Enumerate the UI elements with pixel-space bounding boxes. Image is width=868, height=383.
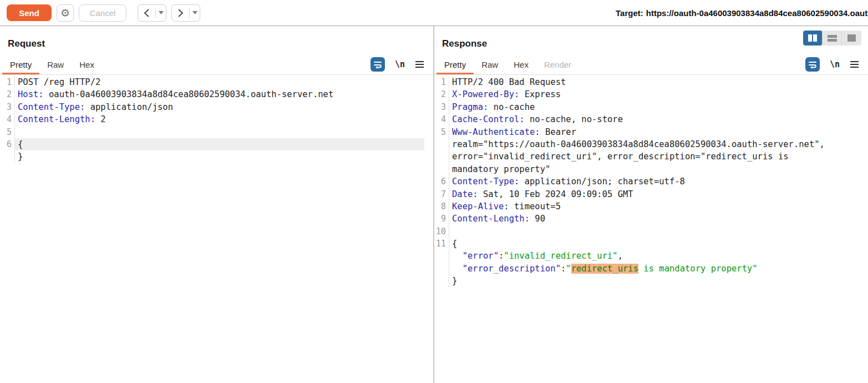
send-button[interactable]: Send xyxy=(7,4,52,21)
editor-menu-button[interactable] xyxy=(850,61,859,68)
code-line[interactable]: 9Content-Length: 90 xyxy=(434,213,868,225)
line-text: { xyxy=(15,138,424,150)
code-line[interactable]: 3Content-Type: application/json xyxy=(0,101,433,113)
line-text: } xyxy=(15,150,424,163)
line-number: 4 xyxy=(0,113,15,125)
line-number: 6 xyxy=(0,138,15,150)
line-text: "error_description":"redirect_uris is ma… xyxy=(449,263,859,275)
line-number: 8 xyxy=(434,200,449,213)
settings-button[interactable]: ⚙ xyxy=(57,4,74,22)
cancel-button[interactable]: Cancel xyxy=(79,4,126,22)
line-text: Content-Type: application/json xyxy=(15,101,424,113)
tab-raw[interactable]: Raw xyxy=(474,56,506,74)
line-number xyxy=(434,150,449,163)
word-wrap-toggle-button[interactable] xyxy=(370,57,385,72)
line-number: 3 xyxy=(434,101,449,113)
code-line[interactable]: 4Cache-Control: no-cache, no-store xyxy=(434,113,868,125)
code-line[interactable]: 4Content-Length: 2 xyxy=(0,113,433,125)
code-line[interactable]: 1POST /reg HTTP/2 xyxy=(0,76,433,88)
code-line[interactable]: error="invalid_redirect_uri", error_desc… xyxy=(434,150,868,163)
gear-icon: ⚙ xyxy=(60,8,70,18)
next-dropdown-arrow[interactable] xyxy=(190,11,200,14)
previous-request-button[interactable] xyxy=(138,4,166,22)
code-line[interactable]: 10 xyxy=(434,225,868,238)
line-text: Content-Type: application/json; charset=… xyxy=(449,175,859,188)
word-wrap-toggle-button[interactable] xyxy=(805,57,820,72)
tab-render[interactable]: Render xyxy=(536,56,579,74)
line-number: 6 xyxy=(434,175,449,188)
line-text: realm="https://oauth-0a46003903834a8d84c… xyxy=(449,138,859,150)
line-number: 4 xyxy=(434,113,449,125)
target-url-text: https://oauth-0a46003903834a8d84cea80602… xyxy=(646,8,868,18)
line-number xyxy=(434,138,449,150)
tab-pretty[interactable]: Pretty xyxy=(436,56,474,74)
code-line[interactable]: 11{ xyxy=(434,238,868,250)
line-number: 10 xyxy=(434,225,449,238)
editor-menu-button[interactable] xyxy=(415,61,424,68)
line-text: Date: Sat, 10 Feb 2024 09:09:05 GMT xyxy=(449,188,859,200)
code-line[interactable]: "error_description":"redirect_uris is ma… xyxy=(434,263,868,275)
code-line[interactable]: 7Date: Sat, 10 Feb 2024 09:09:05 GMT xyxy=(434,188,868,200)
hamburger-icon xyxy=(415,61,424,68)
code-line[interactable]: } xyxy=(434,275,868,287)
tab-hex[interactable]: Hex xyxy=(72,56,102,74)
line-text: Cache-Control: no-cache, no-store xyxy=(449,113,859,125)
code-line[interactable]: 1HTTP/2 400 Bad Request xyxy=(434,76,868,88)
line-text: Keep-Alive: timeout=5 xyxy=(449,200,859,213)
previous-dropdown-arrow[interactable] xyxy=(156,11,166,14)
word-wrap-icon xyxy=(373,60,382,69)
line-text: } xyxy=(449,275,859,287)
line-text: Content-Length: 90 xyxy=(449,213,859,225)
code-line[interactable]: 3Pragma: no-cache xyxy=(434,101,868,113)
line-text: "error":"invalid_redirect_uri", xyxy=(449,250,859,262)
line-number: 9 xyxy=(434,213,449,225)
next-request-button[interactable] xyxy=(171,4,200,22)
line-number xyxy=(434,275,449,287)
code-line[interactable]: "error":"invalid_redirect_uri", xyxy=(434,250,868,262)
line-number: 2 xyxy=(434,88,449,100)
line-number: 3 xyxy=(0,101,15,113)
code-line[interactable]: mandatory property" xyxy=(434,163,868,175)
code-line[interactable]: } xyxy=(0,150,433,163)
tab-hex[interactable]: Hex xyxy=(506,56,536,74)
code-line[interactable]: 5Www-Authenticate: Bearer xyxy=(434,126,868,138)
tab-pretty[interactable]: Pretty xyxy=(2,56,39,74)
line-text: Www-Authenticate: Bearer xyxy=(449,126,859,138)
code-line[interactable]: realm="https://oauth-0a46003903834a8d84c… xyxy=(434,138,868,150)
request-editor[interactable]: 1POST /reg HTTP/22Host: oauth-0a46003903… xyxy=(0,75,433,163)
tab-raw[interactable]: Raw xyxy=(39,56,72,74)
line-text: X-Powered-By: Express xyxy=(449,88,859,100)
line-number: 11 xyxy=(434,238,449,250)
line-number xyxy=(434,263,449,275)
line-number xyxy=(434,250,449,262)
line-text: Content-Length: 2 xyxy=(15,113,424,125)
line-text: HTTP/2 400 Bad Request xyxy=(449,76,859,88)
line-text: mandatory property" xyxy=(449,163,859,175)
request-tabs: PrettyRawHex xyxy=(0,56,433,75)
response-editor[interactable]: 1HTTP/2 400 Bad Request2X-Powered-By: Ex… xyxy=(434,75,868,288)
response-panel: Response PrettyRawHexRender \n xyxy=(434,26,868,383)
repeater-toolbar: Send ⚙ Cancel Target: https://oauth-0a46… xyxy=(0,0,868,26)
show-newlines-toggle[interactable]: \n xyxy=(395,59,405,69)
show-newlines-toggle[interactable]: \n xyxy=(830,59,840,69)
request-title: Request xyxy=(8,38,45,49)
code-line[interactable]: 2Host: oauth-0a46003903834a8d84cea806025… xyxy=(0,88,433,100)
line-text: Host: oauth-0a46003903834a8d84cea8060259… xyxy=(15,88,424,100)
line-text: error="invalid_redirect_uri", error_desc… xyxy=(449,150,859,163)
line-number: 1 xyxy=(0,76,15,88)
code-line[interactable]: 5 xyxy=(0,126,433,138)
code-line[interactable]: 6Content-Type: application/json; charset… xyxy=(434,175,868,188)
line-text: { xyxy=(449,238,859,250)
line-text xyxy=(449,225,859,238)
response-tabs: PrettyRawHexRender xyxy=(434,56,868,75)
code-line[interactable]: 2X-Powered-By: Express xyxy=(434,88,868,100)
target-label: Target: xyxy=(616,8,643,18)
line-number xyxy=(434,163,449,175)
line-text xyxy=(15,126,424,138)
request-panel: Request PrettyRawHex \n 1POST / xyxy=(0,26,434,383)
line-number: 2 xyxy=(0,88,15,100)
line-text: POST /reg HTTP/2 xyxy=(15,76,424,88)
code-line[interactable]: 6{ xyxy=(0,138,433,150)
line-text: Pragma: no-cache xyxy=(449,101,859,113)
code-line[interactable]: 8Keep-Alive: timeout=5 xyxy=(434,200,868,213)
